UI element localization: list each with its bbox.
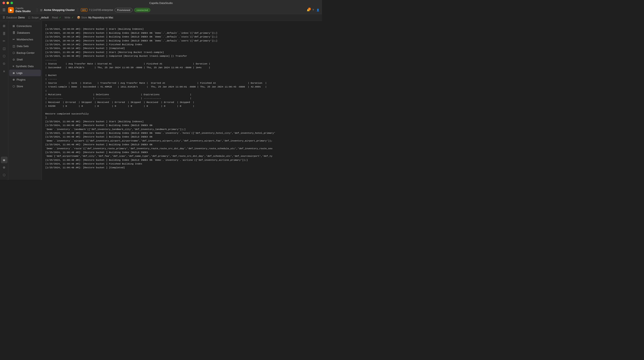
titlebar: Capella DataStudio <box>0 0 322 6</box>
sidebar-item-databases[interactable]: 🗄 Databases <box>9 29 41 36</box>
database-icon: 🗄 <box>2 16 5 19</box>
store-item: 📦 Store My Repository on Mac <box>77 16 114 19</box>
icon-logs[interactable]: ≣ <box>1 157 8 163</box>
close-button[interactable] <box>2 2 5 4</box>
icon-store[interactable]: ⬡ <box>1 172 8 178</box>
sidebar-item-connections[interactable]: ⊞ Connections <box>9 23 41 29</box>
icon-workbenches[interactable]: ✂ <box>1 38 8 44</box>
provisioned-badge: Provisioned <box>115 8 132 12</box>
brand: ▶ Capella Data Studio <box>8 7 30 13</box>
sidebar-item-logs[interactable]: ≣ Logs <box>9 70 41 76</box>
logs-label: Logs <box>16 71 22 74</box>
store-icon: 📦 <box>77 16 80 19</box>
logs-icon: ≣ <box>12 71 15 74</box>
app-title: Capella DataStudio <box>149 1 173 4</box>
traffic-lights <box>2 2 13 4</box>
brand-bottom: Data Studio <box>16 10 30 13</box>
minimize-button[interactable] <box>6 2 9 4</box>
datasets-label: Data Sets <box>17 45 29 48</box>
read-check-icon: ✓ <box>59 16 61 19</box>
main-toolbar: ☰ ▶ Capella Data Studio ⊞ Acme Shopping … <box>0 6 322 14</box>
database-value: Demo <box>18 16 25 19</box>
datasets-icon: ◫ <box>12 45 15 48</box>
help-button[interactable]: ? <box>312 8 314 11</box>
store-label: Store <box>81 16 88 19</box>
icon-connections[interactable]: ⊞ <box>1 23 8 29</box>
user-button[interactable]: 👤 <box>316 8 320 11</box>
scope-label: Scope <box>32 16 38 19</box>
nav-sidebar: ⊞ Connections 🗄 Databases ✂ Workbenches … <box>8 21 42 180</box>
brand-top: Capella <box>16 7 30 10</box>
brand-icon: ▶ <box>8 7 14 13</box>
store-nav-label: Store <box>16 85 23 88</box>
databases-label: Databases <box>17 31 30 34</box>
connections-icon: ⊞ <box>12 24 15 28</box>
sidebar-item-workbenches[interactable]: ✂ Workbenches <box>9 36 41 43</box>
toolbar-right: 🔔 4 ? 👤 <box>307 8 320 11</box>
workbenches-icon: ✂ <box>12 38 15 41</box>
scope-value: _default <box>40 16 49 19</box>
plugins-label: Plugins <box>16 78 26 81</box>
shell-label: Shell <box>16 58 23 61</box>
icon-plugins[interactable]: ⊕ <box>1 164 8 171</box>
sidebar-item-store[interactable]: ⬡ Store <box>9 83 41 90</box>
synthetic-label: Synthetic Data <box>16 65 34 68</box>
main-layout: ⊞ 🗄 ✂ ◫ ⬡ ⊙ ≡ ≣ ⊕ ⬡ ⊞ Connections 🗄 Data… <box>0 21 322 180</box>
store-nav-icon: ⬡ <box>12 85 15 88</box>
write-check-icon: ✓ <box>72 16 74 19</box>
sub-toolbar: 🗄 Database Demo ◻ Scope _default Read ✓ … <box>0 14 322 21</box>
divider-2 <box>78 8 78 12</box>
cluster-icon: ⊞ <box>40 8 42 12</box>
database-label: Database <box>6 16 17 19</box>
icon-shell[interactable]: ⊙ <box>1 60 8 67</box>
menu-button[interactable]: ☰ <box>2 8 6 12</box>
backup-icon: ⬡ <box>12 51 15 54</box>
store-value: My Repository on Mac <box>88 16 113 19</box>
backup-label: Backup Center <box>16 51 34 54</box>
sidebar-item-shell[interactable]: ⊙ Shell <box>9 56 41 63</box>
content-area: ] [1/25/2024, 10:46:04 AM]: [Restore buc… <box>42 21 322 180</box>
version-text: 7.2.3-6705-enterprise <box>89 8 113 11</box>
write-item: Write ✓ <box>64 16 74 19</box>
cluster-name: Acme Shopping Cluster <box>44 8 75 11</box>
read-item: Read ✓ <box>52 16 61 19</box>
aws-badge: aws <box>81 8 88 11</box>
icon-backup[interactable]: ⬡ <box>1 53 8 59</box>
icon-synthetic[interactable]: ≡ <box>1 68 8 74</box>
icon-sidebar: ⊞ 🗄 ✂ ◫ ⬡ ⊙ ≡ ≣ ⊕ ⬡ <box>0 21 8 180</box>
icon-datasets[interactable]: ◫ <box>1 45 8 52</box>
plugins-icon: ⊕ <box>12 78 15 81</box>
icon-databases[interactable]: 🗄 <box>1 30 8 37</box>
notification-count: 4 <box>308 7 311 10</box>
sidebar-item-plugins[interactable]: ⊕ Plugins <box>9 76 41 83</box>
notification-button[interactable]: 🔔 4 <box>307 8 310 11</box>
read-label: Read <box>52 16 58 19</box>
sidebar-item-backup[interactable]: ⬡ Backup Center <box>9 50 41 56</box>
scope-icon: ◻ <box>28 16 30 19</box>
maximize-button[interactable] <box>10 2 13 4</box>
workbenches-label: Workbenches <box>16 38 33 41</box>
cluster-info: ⊞ Acme Shopping Cluster <box>40 8 75 12</box>
synthetic-icon: ≡ <box>12 65 14 68</box>
databases-icon: 🗄 <box>12 31 15 34</box>
scope-item: ◻ Scope _default <box>28 16 49 19</box>
shell-icon: ⊙ <box>12 58 15 61</box>
terminal-output[interactable]: ] [1/25/2024, 10:46:04 AM]: [Restore buc… <box>42 21 322 180</box>
sidebar-item-synthetic[interactable]: ≡ Synthetic Data <box>9 63 41 69</box>
connections-label: Connections <box>16 24 32 28</box>
connected-badge: connected <box>134 8 150 12</box>
database-item: 🗄 Database Demo <box>2 16 25 19</box>
sidebar-item-datasets[interactable]: ◫ Data Sets <box>9 43 41 49</box>
write-label: Write <box>64 16 70 19</box>
